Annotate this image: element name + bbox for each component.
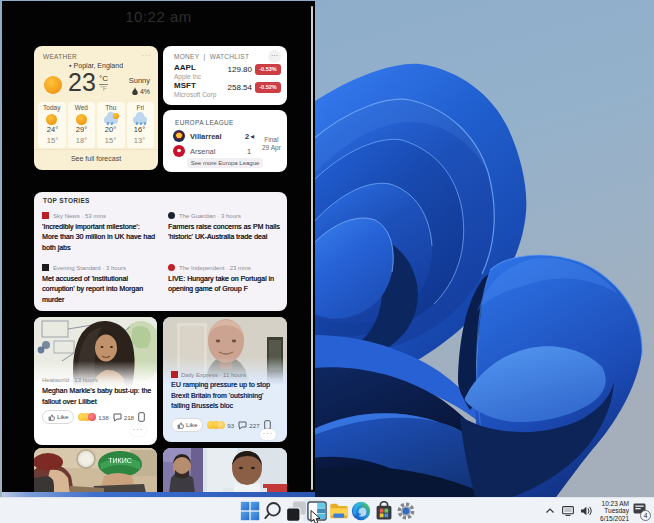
svg-text:ТИКИС: ТИКИС (108, 457, 131, 464)
